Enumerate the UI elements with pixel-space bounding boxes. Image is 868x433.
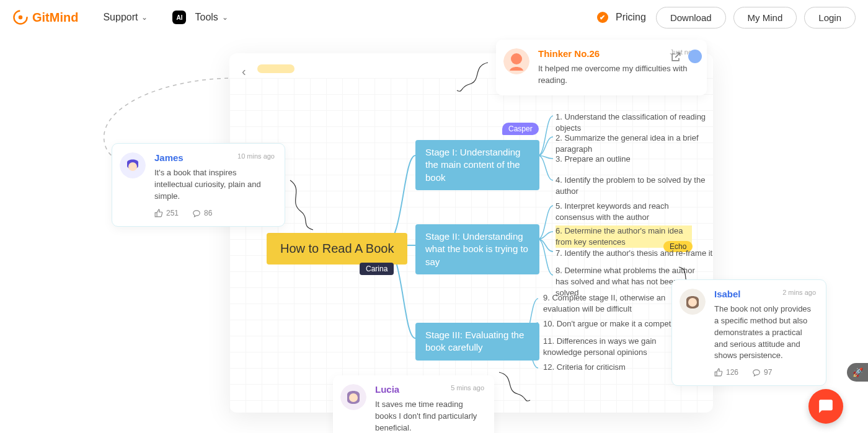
nav-pricing[interactable]: ✔ Pricing: [597, 12, 646, 23]
mindmap-canvas[interactable]: ‹ How to Read A Book Carina Stage I: Und…: [229, 53, 713, 413]
comment-text: It helped me overcome my difficulties wi…: [538, 63, 697, 87]
rocket-tab[interactable]: 🚀: [847, 363, 868, 382]
comment-author: Lucia: [375, 384, 399, 395]
brand-name: GitMind: [32, 11, 78, 25]
back-icon[interactable]: ‹: [242, 64, 246, 79]
comment-text: It's a book that inspires intellectual c…: [154, 167, 275, 203]
comment-author: Isabel: [714, 289, 741, 299]
login-button[interactable]: Login: [804, 7, 856, 28]
bolt-icon: ✔: [597, 12, 608, 23]
comment-card-isabel: Isabel 2 mins ago The book not only prov…: [671, 279, 826, 386]
like-button[interactable]: 126: [714, 368, 738, 377]
nav-tools[interactable]: AI Tools ⌄: [172, 11, 228, 24]
mini-avatar-icon[interactable]: [688, 50, 702, 63]
reply-button[interactable]: 97: [752, 368, 772, 377]
thumbs-up-icon: [154, 209, 163, 217]
rocket-icon: 🚀: [852, 367, 863, 377]
mymind-button[interactable]: My Mind: [733, 7, 797, 28]
leaf-node[interactable]: 2. Summarize the general idea in a brief…: [556, 133, 713, 155]
svg-point-1: [19, 15, 23, 20]
svg-point-5: [128, 162, 137, 171]
comment-author: James: [154, 152, 184, 163]
comment-text: It saves me time reading books I don't f…: [375, 399, 484, 433]
gitmind-logo-icon: [12, 9, 29, 25]
user-tag-casper: Casper: [502, 123, 539, 135]
leaf-node[interactable]: 12. Criteria for criticism: [543, 362, 626, 373]
squiggle-decor: [496, 369, 533, 406]
squiggle-decor: [454, 59, 491, 97]
squiggle-decor: [285, 177, 322, 233]
svg-point-7: [688, 298, 697, 307]
chat-fab[interactable]: [808, 389, 843, 424]
leaf-node[interactable]: 5. Interpret keywords and reach consensu…: [556, 201, 686, 223]
user-tag-carina: Carina: [360, 263, 394, 275]
stage-3-node[interactable]: Stage III: Evaluating the book carefully: [415, 323, 539, 361]
share-icon[interactable]: [670, 51, 682, 63]
avatar-icon: [503, 48, 529, 74]
top-nav: GitMind Support ⌄ AI Tools ⌄ ✔ Pricing D…: [0, 0, 868, 35]
stage-2-node[interactable]: Stage II: Understanding what the book is…: [415, 224, 539, 274]
leaf-node[interactable]: 3. Prepare an outline: [556, 154, 631, 165]
nav-support[interactable]: Support ⌄: [103, 12, 148, 23]
download-button[interactable]: Download: [656, 7, 726, 28]
chevron-down-icon: ⌄: [141, 13, 148, 22]
brand-logo[interactable]: GitMind: [12, 9, 78, 25]
chat-icon: [818, 398, 834, 414]
comment-author: Thinker No.26: [538, 48, 600, 59]
leaf-node[interactable]: 9. Complete stage II, otherwise an evalu…: [543, 292, 673, 315]
comment-card-thinker: Thinker No.26 Just now It helped me over…: [496, 40, 707, 95]
comment-time: 5 mins ago: [451, 384, 484, 391]
leaf-node[interactable]: 10. Don't argue or make it a competition: [543, 318, 686, 330]
svg-point-9: [349, 393, 358, 402]
leaf-node[interactable]: 1. Understand the classification of read…: [556, 112, 713, 134]
hero-section: ‹ How to Read A Book Carina Stage I: Und…: [0, 35, 868, 431]
avatar-icon: [120, 152, 146, 178]
comment-time: 10 mins ago: [237, 152, 275, 160]
thumbs-up-icon: [714, 368, 723, 377]
title-placeholder: [257, 64, 294, 73]
comment-icon: [752, 368, 761, 377]
root-node[interactable]: How to Read A Book: [267, 233, 407, 265]
comment-text: The book not only provides a specific me…: [714, 304, 816, 362]
svg-point-3: [511, 53, 522, 64]
comment-card-james: James 10 mins ago It's a book that inspi…: [112, 143, 285, 227]
like-button[interactable]: 251: [154, 209, 179, 217]
leaf-node[interactable]: 7. Identify the author's thesis and re-f…: [556, 248, 712, 259]
reply-button[interactable]: 86: [192, 209, 212, 217]
chevron-down-icon: ⌄: [222, 13, 228, 22]
comment-icon: [192, 209, 201, 217]
avatar-icon: [340, 384, 366, 410]
avatar-icon: [680, 289, 706, 315]
leaf-node[interactable]: 11. Differences in ways we gain knowledg…: [543, 336, 692, 358]
comment-card-lucia: Lucia 5 mins ago It saves me time readin…: [333, 375, 494, 433]
comment-time: 2 mins ago: [782, 289, 816, 296]
ai-badge-icon: AI: [172, 11, 186, 24]
stage-1-node[interactable]: Stage I: Understanding the main content …: [415, 140, 539, 190]
leaf-node[interactable]: 4. Identify the problem to be solved by …: [556, 175, 713, 197]
